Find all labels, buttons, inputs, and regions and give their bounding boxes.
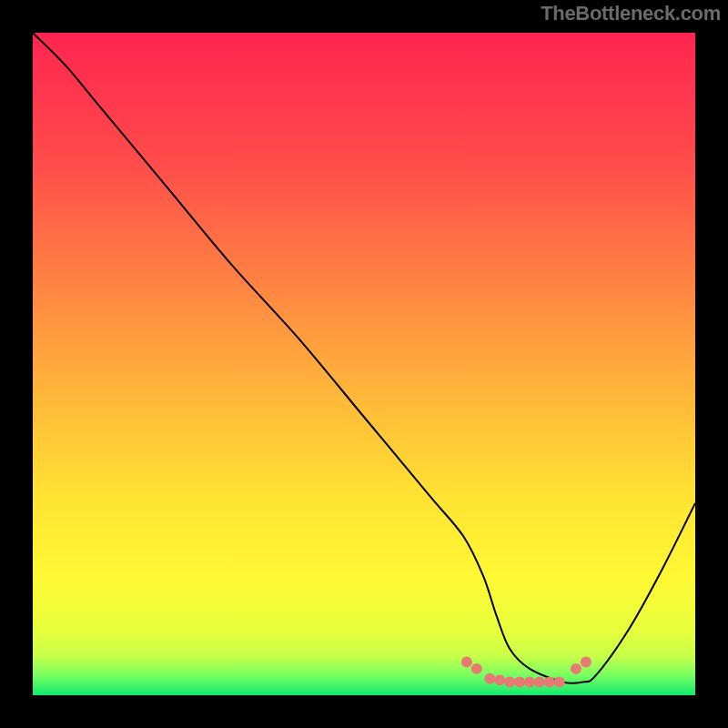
dot [484, 673, 495, 684]
dot [571, 663, 581, 674]
dot [504, 676, 515, 687]
dot [494, 674, 505, 685]
dot [554, 676, 565, 687]
dot [524, 676, 535, 687]
chart-svg [33, 33, 695, 695]
dot [581, 657, 592, 668]
dot [471, 663, 482, 674]
dot [544, 676, 555, 687]
dot [514, 676, 525, 687]
chart-frame: TheBottleneck.com [0, 0, 728, 728]
gradient-background [33, 33, 695, 695]
dot [461, 657, 472, 668]
attribution-text: TheBottleneck.com [541, 2, 721, 25]
plot-area [33, 33, 695, 695]
dot [534, 676, 545, 687]
